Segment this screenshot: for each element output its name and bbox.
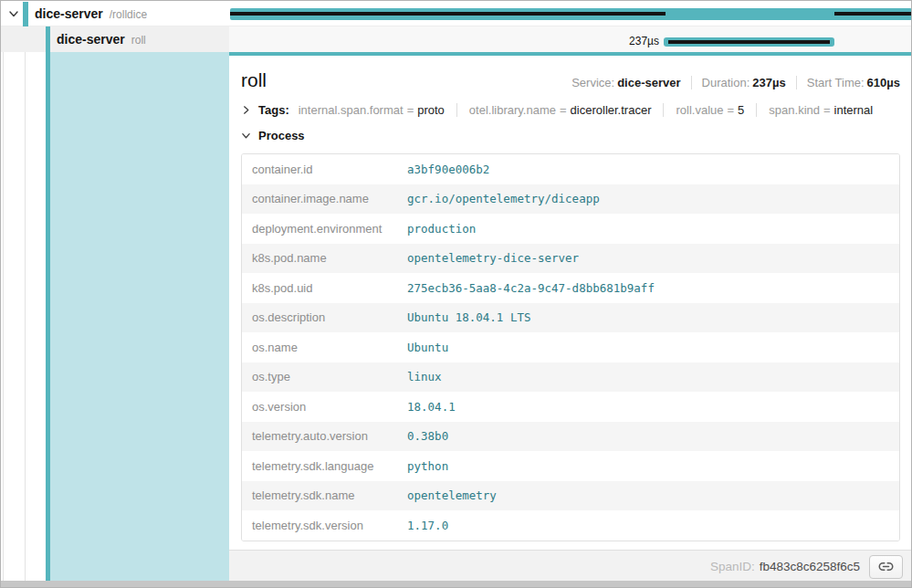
span-color-bar xyxy=(23,2,28,26)
attribute-key: k8s.pod.uid xyxy=(242,281,407,295)
tags-section-toggle[interactable]: Tags: internal.span.format=proto otel.li… xyxy=(241,103,900,117)
tags-label: Tags: xyxy=(258,103,289,117)
attribute-value: opentelemetry xyxy=(407,488,497,502)
table-row: container.image.namegcr.io/opentelemetry… xyxy=(242,184,899,215)
roll-span-bar[interactable] xyxy=(664,37,834,47)
table-row: k8s.pod.nameopentelemetry-dice-server xyxy=(242,244,899,274)
attribute-key: os.description xyxy=(242,310,407,324)
summary-label: Start Time: xyxy=(807,76,865,89)
attribute-key: os.version xyxy=(242,400,407,414)
process-section-toggle[interactable]: Process xyxy=(241,129,900,142)
table-row: k8s.pod.uid275ecb36-5aa8-4c2a-9c47-d8bb6… xyxy=(242,273,899,303)
attribute-key: container.id xyxy=(242,163,407,176)
trace-detail-page: dice-server/rolldice dice-serverroll 237… xyxy=(0,0,912,588)
chevron-down-icon xyxy=(8,8,19,19)
table-row: container.ida3bf90e006b2 xyxy=(242,154,899,184)
indent-guide xyxy=(25,26,26,581)
table-row: telemetry.sdk.nameopentelemetry xyxy=(242,481,899,511)
table-row: os.descriptionUbuntu 18.04.1 LTS xyxy=(242,303,899,333)
spanid-label: SpanID: xyxy=(710,560,755,573)
self-time-overlay xyxy=(668,40,830,44)
equals-sign: = xyxy=(560,103,567,117)
attribute-key: telemetry.sdk.language xyxy=(242,459,407,473)
span-summary: Service:dice-server Duration:237µs Start… xyxy=(561,76,900,89)
attribute-value: 18.04.1 xyxy=(407,400,456,414)
span-operation-name: roll xyxy=(131,34,146,47)
selected-span-color-bar xyxy=(46,26,50,583)
table-row: telemetry.auto.version0.38b0 xyxy=(242,422,899,452)
span-detail-panel: roll Service:dice-server Duration:237µs … xyxy=(229,52,912,583)
attribute-value: gcr.io/opentelemetry/diceapp xyxy=(407,192,600,205)
table-row: telemetry.sdk.languagepython xyxy=(242,451,899,481)
span-operation-name: /rolldice xyxy=(110,8,147,21)
summary-value: 237µs xyxy=(752,76,785,89)
summary-service: Service:dice-server xyxy=(561,76,690,89)
tag-key: otel.library.name xyxy=(469,103,556,117)
tag-value: proto xyxy=(417,103,445,117)
attribute-value: 275ecb36-5aa8-4c2a-9c47-d8bb681b9aff xyxy=(407,281,655,295)
table-row: deployment.environmentproduction xyxy=(242,214,899,244)
attribute-value: a3bf90e006b2 xyxy=(407,163,489,176)
attribute-key: k8s.pod.name xyxy=(242,251,407,265)
span-service-name[interactable]: dice-serverroll xyxy=(57,32,146,47)
equals-sign: = xyxy=(823,103,831,117)
horizontal-scrollbar[interactable] xyxy=(1,581,911,587)
process-attributes-table: container.ida3bf90e006b2 container.image… xyxy=(241,153,900,541)
table-row: os.version18.04.1 xyxy=(242,392,899,422)
chevron-down-icon xyxy=(241,131,251,141)
service-label: dice-server xyxy=(57,32,125,47)
service-label: dice-server xyxy=(35,6,103,21)
tag-key: roll.value xyxy=(676,103,723,117)
tag-list: internal.span.format=proto otel.library.… xyxy=(299,103,886,117)
detail-footer: SpanID: fb483c8c6258f6c5 xyxy=(229,550,912,583)
attribute-value: linux xyxy=(407,370,442,383)
indent-guide xyxy=(3,26,4,581)
tag-value: diceroller.tracer xyxy=(571,103,652,117)
summary-label: Service: xyxy=(571,76,614,89)
attribute-value: 0.38b0 xyxy=(407,429,448,443)
detail-header: roll Service:dice-server Duration:237µs … xyxy=(241,69,900,91)
summary-value: dice-server xyxy=(617,76,680,89)
span-duration-label: 237µs xyxy=(576,35,659,47)
summary-start-time: Start Time:610µs xyxy=(796,76,900,89)
tag-key: span.kind xyxy=(769,103,820,117)
attribute-value: Ubuntu 18.04.1 LTS xyxy=(407,310,530,324)
tag-item: span.kind=internal xyxy=(756,103,885,117)
attribute-key: telemetry.sdk.version xyxy=(242,519,407,532)
self-time-overlay xyxy=(834,12,912,16)
tag-item: otel.library.name=diceroller.tracer xyxy=(456,103,664,117)
selected-span-highlight xyxy=(50,52,229,583)
tag-item: internal.span.format=proto xyxy=(299,103,456,117)
equals-sign: = xyxy=(407,103,414,117)
copy-link-button[interactable] xyxy=(869,555,903,579)
process-label: Process xyxy=(258,129,305,142)
table-row: os.nameUbuntu xyxy=(242,332,899,362)
tag-value: 5 xyxy=(738,103,744,117)
summary-value: 610µs xyxy=(867,76,900,89)
attribute-value: opentelemetry-dice-server xyxy=(407,251,579,265)
attribute-key: deployment.environment xyxy=(242,222,407,236)
span-title: roll xyxy=(241,69,267,91)
summary-label: Duration: xyxy=(702,76,750,89)
chevron-right-icon xyxy=(241,105,251,115)
spanid-value: fb483c8c6258f6c5 xyxy=(760,560,860,573)
attribute-value: 1.17.0 xyxy=(407,519,448,532)
table-row: os.typelinux xyxy=(242,362,899,393)
collapse-children-button[interactable] xyxy=(7,7,20,20)
table-row: telemetry.sdk.version1.17.0 xyxy=(242,510,899,541)
attribute-key: os.type xyxy=(242,370,407,383)
span-service-name[interactable]: dice-server/rolldice xyxy=(35,6,147,21)
tag-value: internal xyxy=(834,103,874,117)
attribute-key: telemetry.sdk.name xyxy=(242,488,407,502)
attribute-key: container.image.name xyxy=(242,192,407,205)
attribute-value: Ubuntu xyxy=(407,341,448,354)
link-icon xyxy=(878,561,894,572)
equals-sign: = xyxy=(728,103,735,117)
attribute-value: python xyxy=(407,459,448,473)
tag-key: internal.span.format xyxy=(299,103,404,117)
root-span-bar[interactable] xyxy=(230,8,912,20)
attribute-key: os.name xyxy=(242,341,407,354)
attribute-key: telemetry.auto.version xyxy=(242,429,407,443)
summary-duration: Duration:237µs xyxy=(691,76,796,89)
attribute-value: production xyxy=(407,222,476,236)
